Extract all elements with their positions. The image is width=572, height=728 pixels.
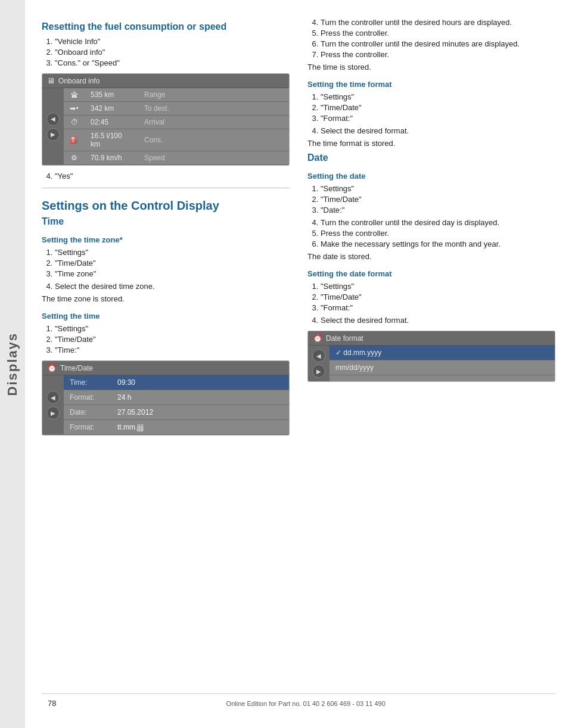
settings-control-title: Settings on the Control Display xyxy=(42,199,290,213)
date-format-section-title: Setting the date format xyxy=(307,269,555,278)
list-item: Press the controller. xyxy=(321,29,555,38)
setting-time-title: Setting the time xyxy=(42,312,290,321)
list-item: "Cons." or "Speed" xyxy=(55,58,290,67)
list-item: Select the desired format. xyxy=(321,126,555,135)
dateformat-table: ✓ dd.mm.yyyy mm/dd/yyyy xyxy=(329,346,555,375)
dateformat-icon: ⏰ xyxy=(313,334,322,343)
list-item: "Settings" xyxy=(321,92,555,101)
dateformat-content: ✓ dd.mm.yyyy mm/dd/yyyy xyxy=(329,346,555,381)
table-row: ⛽ 16.5 l/100 km Cons. xyxy=(64,129,289,151)
nav-left[interactable]: ◀ xyxy=(46,113,60,126)
list-item: "Settings" xyxy=(55,324,290,333)
list-item: "Onboard info" xyxy=(55,48,290,57)
dateformat-screen: ⏰ Date format ◀ ▶ ✓ dd.mm.yyyy xyxy=(307,331,555,382)
page-footer: 78 Online Edition for Part no. 01 40 2 6… xyxy=(42,693,555,710)
list-item: "Yes" xyxy=(55,172,290,181)
list-item: "Settings" xyxy=(55,248,290,257)
list-item: "Time:" xyxy=(55,346,290,354)
date-format-steps: "Settings" "Time/Date" "Format:" xyxy=(321,282,555,312)
onboard-screen: 🖥 Onboard info ◀ ▶ 🛣 535 km xyxy=(42,73,290,166)
dateformat-nav-left[interactable]: ◀ xyxy=(312,349,325,362)
time-format-title: Setting the time format xyxy=(307,80,555,89)
list-item: Select the desired format. xyxy=(321,316,555,325)
list-item: "Settings" xyxy=(321,184,555,193)
page-number: 78 xyxy=(42,699,56,708)
list-item: "Time/Date" xyxy=(55,259,290,267)
list-item: Press the controller. xyxy=(321,229,555,238)
table-row: mm/dd/yyyy xyxy=(329,360,555,375)
list-item: Press the controller. xyxy=(321,50,555,59)
list-item: Turn the controller until the desired da… xyxy=(321,218,555,227)
timedate-nav-right[interactable]: ▶ xyxy=(46,406,60,419)
screen-header: 🖥 Onboard info xyxy=(42,74,289,88)
screen-title: Onboard info xyxy=(58,77,100,85)
time-stored-note: The time is stored. xyxy=(307,63,555,71)
list-item: "Date:" xyxy=(321,206,555,214)
list-item: "Settings" xyxy=(321,282,555,291)
setting-date-steps-cont: Turn the controller until the desired da… xyxy=(321,218,555,248)
table-row: Date: 27.05.2012 xyxy=(64,405,289,420)
timedate-table: Time: 09:30 Format: 24 h Date: 27.05.201… xyxy=(64,375,289,435)
table-row: ✓ dd.mm.yyyy xyxy=(329,346,555,360)
list-item: Make the necessary settings for the mont… xyxy=(321,239,555,248)
col-left: Resetting the fuel consumption or speed … xyxy=(42,18,290,682)
dateformat-nav: ◀ ▶ xyxy=(308,346,329,381)
reset-fuel-step4-list: "Yes" xyxy=(55,172,290,181)
date-section-title: Date xyxy=(307,153,555,163)
list-item: Select the desired time zone. xyxy=(55,282,290,291)
list-item: "Format:" xyxy=(321,114,555,123)
timedate-content: Time: 09:30 Format: 24 h Date: 27.05.201… xyxy=(64,375,289,435)
reset-fuel-steps: "Vehicle Info" "Onboard info" "Cons." or… xyxy=(55,37,290,67)
time-format-step4-list: Select the desired format. xyxy=(321,126,555,135)
timedate-nav: ◀ ▶ xyxy=(42,375,64,435)
time-section-title: Time xyxy=(42,216,290,227)
time-zone-step4-list: Select the desired time zone. xyxy=(55,282,290,291)
screen-body: ◀ ▶ 🛣 535 km Range ➡• xyxy=(42,88,289,165)
nav-right[interactable]: ▶ xyxy=(46,128,60,141)
table-row: Format: 24 h xyxy=(64,390,289,405)
dateformat-body: ◀ ▶ ✓ dd.mm.yyyy mm/dd/yyyy xyxy=(308,346,555,381)
onboard-table: 🛣 535 km Range ➡• 342 km To dest. xyxy=(64,88,289,165)
time-cont-steps: Turn the controller until the desired ho… xyxy=(321,18,555,59)
screen-icon: 🖥 xyxy=(47,76,55,85)
sidebar-label: Displays xyxy=(5,332,20,396)
list-item: "Format:" xyxy=(321,303,555,312)
timedate-screen: ⏰ Time/Date ◀ ▶ Time: 09:30 xyxy=(42,360,290,435)
footer-note: Online Edition for Part no. 01 40 2 606 … xyxy=(56,700,555,707)
setting-time-steps: "Settings" "Time/Date" "Time:" xyxy=(55,324,290,354)
list-item: Turn the controller until the desired ho… xyxy=(321,18,555,27)
list-item: "Time/Date" xyxy=(321,293,555,301)
time-zone-steps: "Settings" "Time/Date" "Time zone" xyxy=(55,248,290,278)
setting-date-title: Setting the date xyxy=(307,172,555,181)
dateformat-screen-title: Date format xyxy=(326,334,363,343)
screen-content: 🛣 535 km Range ➡• 342 km To dest. xyxy=(64,88,289,165)
table-row: Format: tt.mm.jjjj xyxy=(64,420,289,435)
time-format-steps: "Settings" "Time/Date" "Format:" xyxy=(321,92,555,123)
timedate-screen-header: ⏰ Time/Date xyxy=(42,361,289,375)
table-row: ⚙ 70.9 km/h Speed xyxy=(64,151,289,165)
table-row: ⏱ 02:45 Arrival xyxy=(64,116,289,129)
time-zone-title: Setting the time zone* xyxy=(42,235,290,244)
screen-nav: ◀ ▶ xyxy=(42,88,64,165)
list-item: "Time/Date" xyxy=(321,103,555,112)
timedate-icon: ⏰ xyxy=(47,363,57,372)
main-content: Resetting the fuel consumption or speed … xyxy=(25,0,572,728)
list-item: "Vehicle Info" xyxy=(55,37,290,46)
list-item: "Time/Date" xyxy=(55,335,290,344)
reset-fuel-title: Resetting the fuel consumption or speed xyxy=(42,21,290,32)
page-container: Displays Resetting the fuel consumption … xyxy=(0,0,572,728)
dateformat-nav-right[interactable]: ▶ xyxy=(312,365,325,378)
list-item: "Time zone" xyxy=(55,269,290,278)
table-row: ➡• 342 km To dest. xyxy=(64,102,289,116)
time-format-note: The time format is stored. xyxy=(307,139,555,148)
date-stored-note: The date is stored. xyxy=(307,252,555,261)
table-row: Time: 09:30 xyxy=(64,375,289,390)
list-item: Turn the controller until the desired mi… xyxy=(321,39,555,48)
setting-date-steps: "Settings" "Time/Date" "Date:" xyxy=(321,184,555,214)
timedate-body: ◀ ▶ Time: 09:30 Format: xyxy=(42,375,289,435)
timedate-screen-title: Time/Date xyxy=(60,364,93,372)
timedate-nav-left[interactable]: ◀ xyxy=(46,391,60,404)
two-col-layout: Resetting the fuel consumption or speed … xyxy=(42,18,555,682)
dateformat-screen-header: ⏰ Date format xyxy=(308,331,555,346)
time-zone-note: The time zone is stored. xyxy=(42,294,290,303)
